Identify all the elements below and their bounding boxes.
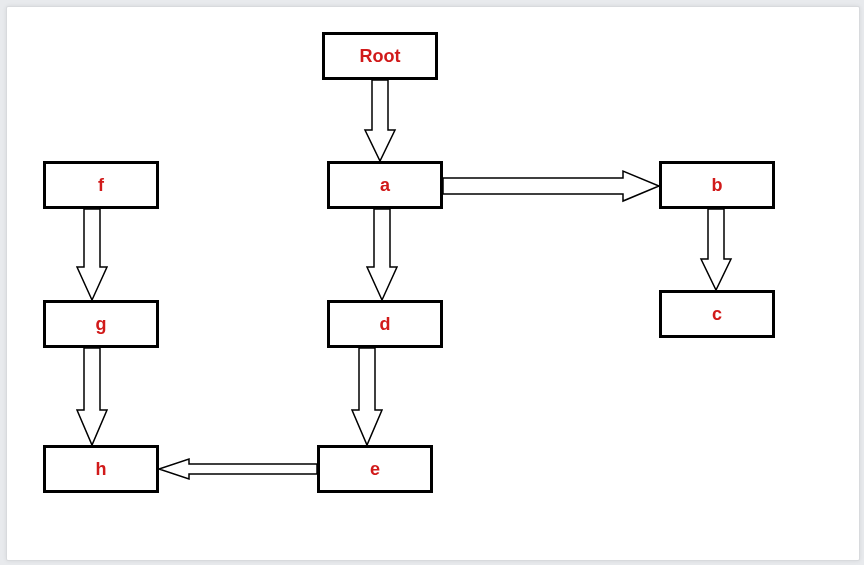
arrow-a-to-d [367, 209, 397, 300]
arrow-g-to-h [77, 348, 107, 445]
node-b-label: b [712, 175, 723, 196]
arrow-root-to-a [365, 80, 395, 161]
diagram-canvas: Root a b c d e f g h [6, 6, 860, 561]
arrow-a-to-b [443, 171, 659, 201]
arrow-d-to-e [352, 348, 382, 445]
node-g-label: g [96, 314, 107, 335]
node-root-label: Root [360, 46, 401, 67]
node-d: d [327, 300, 443, 348]
node-h-label: h [96, 459, 107, 480]
node-root: Root [322, 32, 438, 80]
arrow-e-to-h [159, 459, 317, 479]
node-g: g [43, 300, 159, 348]
node-c: c [659, 290, 775, 338]
node-f: f [43, 161, 159, 209]
arrow-f-to-g [77, 209, 107, 300]
node-e-label: e [370, 459, 380, 480]
node-a: a [327, 161, 443, 209]
node-f-label: f [98, 175, 104, 196]
node-d-label: d [380, 314, 391, 335]
node-e: e [317, 445, 433, 493]
node-c-label: c [712, 304, 722, 325]
arrow-b-to-c [701, 209, 731, 290]
node-h: h [43, 445, 159, 493]
node-b: b [659, 161, 775, 209]
node-a-label: a [380, 175, 390, 196]
